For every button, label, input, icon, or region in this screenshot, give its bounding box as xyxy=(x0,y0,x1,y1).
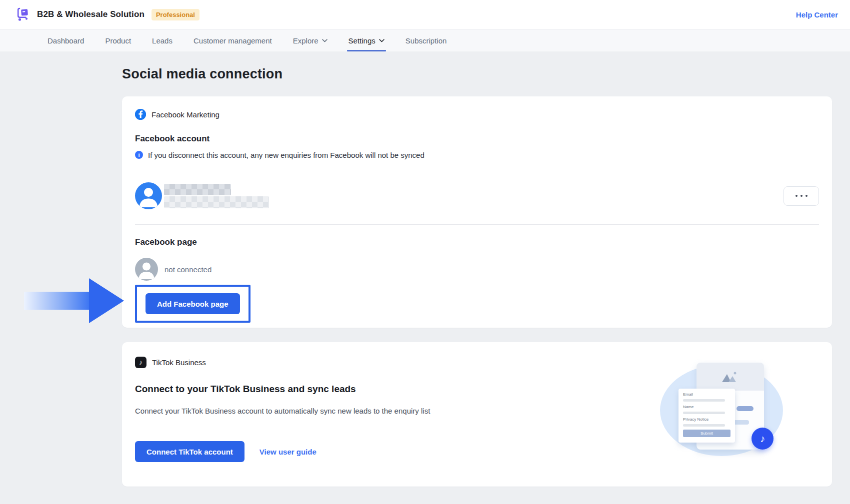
redacted-name-line xyxy=(164,184,231,195)
tiktok-circle-icon: ♪ xyxy=(752,428,774,450)
tiktok-icon: ♪ xyxy=(135,357,146,368)
illustration-privacy-label: Privacy Notice xyxy=(683,417,730,422)
illustration-input-line xyxy=(683,412,725,414)
illustration-form-card: Email Name Privacy Notice Submit xyxy=(678,389,735,443)
view-user-guide-link[interactable]: View user guide xyxy=(260,448,316,456)
illustration-submit-button: Submit xyxy=(683,430,730,437)
help-center-link[interactable]: Help Center xyxy=(796,10,838,19)
add-facebook-page-button[interactable]: Add Facebook page xyxy=(146,293,240,314)
nav-item-settings[interactable]: Settings xyxy=(348,29,384,51)
redacted-account-name xyxy=(164,184,269,208)
ellipsis-icon xyxy=(796,195,808,197)
nav-label: Settings xyxy=(348,36,376,45)
redacted-name-line xyxy=(164,196,269,208)
facebook-service-name: Facebook Marketing xyxy=(152,110,220,119)
divider xyxy=(135,224,819,225)
facebook-account-heading: Facebook account xyxy=(135,133,819,144)
facebook-page-heading: Facebook page xyxy=(135,237,819,248)
illustration-input-line xyxy=(683,424,725,427)
nav-item-dashboard[interactable]: Dashboard xyxy=(48,29,84,51)
info-icon: i xyxy=(135,151,143,159)
nav-label: Explore xyxy=(293,36,318,45)
app-header: B2B & Wholesale Solution Professional He… xyxy=(0,0,850,29)
illustration-name-label: Name xyxy=(683,405,730,410)
plan-badge: Professional xyxy=(152,9,200,20)
nav-item-explore[interactable]: Explore xyxy=(293,29,328,51)
annotation-highlight-box: Add Facebook page xyxy=(135,285,250,323)
nav-label: Leads xyxy=(152,36,172,45)
facebook-card: Facebook Marketing Facebook account i If… xyxy=(122,96,832,328)
facebook-service-row: Facebook Marketing xyxy=(135,108,819,120)
nav-item-customer-management[interactable]: Customer management xyxy=(194,29,272,51)
facebook-icon xyxy=(135,109,146,120)
connect-tiktok-button[interactable]: Connect TikTok account xyxy=(135,441,244,462)
main-nav: Dashboard Product Leads Customer managem… xyxy=(0,29,850,51)
app-title: B2B & Wholesale Solution xyxy=(37,9,144,19)
tiktok-service-name: TikTok Business xyxy=(152,358,206,367)
facebook-page-status: not connected xyxy=(164,265,212,274)
chevron-down-icon xyxy=(379,39,384,42)
facebook-account-avatar xyxy=(135,182,162,209)
page-title: Social media connection xyxy=(122,66,832,82)
tiktok-illustration: Email Name Privacy Notice Submit ♪ xyxy=(657,353,788,473)
illustration-bar xyxy=(736,406,754,411)
illustration-input-line xyxy=(683,399,725,402)
more-options-button[interactable] xyxy=(784,186,819,206)
image-placeholder-icon xyxy=(696,363,764,391)
facebook-page-avatar xyxy=(135,258,158,281)
nav-label: Subscription xyxy=(406,36,447,45)
facebook-page-row: not connected xyxy=(135,258,819,281)
illustration-email-label: Email xyxy=(683,392,730,397)
nav-label: Customer management xyxy=(194,36,272,45)
nav-item-subscription[interactable]: Subscription xyxy=(406,29,447,51)
main-content: Social media connection Facebook Marketi… xyxy=(0,51,850,487)
facebook-account-row xyxy=(135,182,819,209)
nav-item-leads[interactable]: Leads xyxy=(152,29,172,51)
chevron-down-icon xyxy=(322,39,328,42)
brand: B2B & Wholesale Solution Professional xyxy=(16,7,200,21)
nav-label: Product xyxy=(105,36,131,45)
facebook-account-info: i If you disconnect this account, any ne… xyxy=(135,150,819,159)
nav-label: Dashboard xyxy=(48,36,84,45)
nav-item-product[interactable]: Product xyxy=(105,29,131,51)
facebook-account-info-text: If you disconnect this account, any new … xyxy=(148,151,424,159)
tiktok-card: ♪ TikTok Business Connect to your TikTok… xyxy=(122,342,832,487)
app-logo-icon xyxy=(16,7,30,21)
